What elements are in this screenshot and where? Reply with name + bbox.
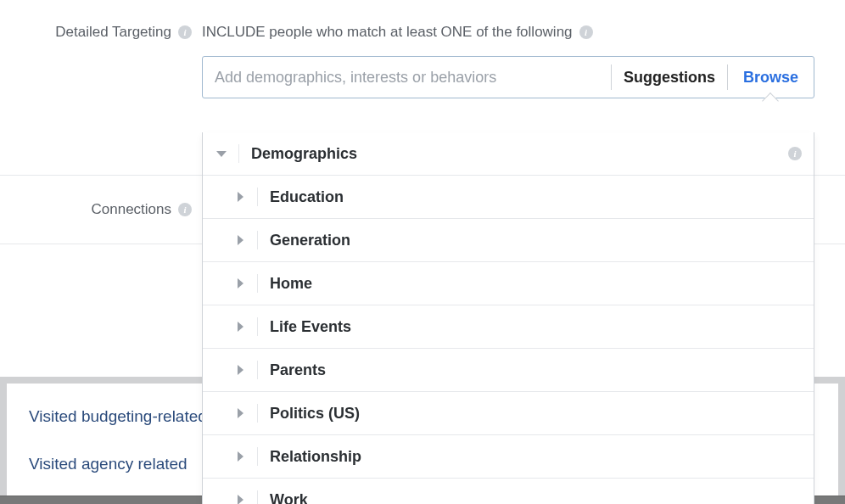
separator <box>257 231 258 249</box>
dropdown-item-education[interactable]: Education <box>203 176 814 219</box>
info-icon[interactable]: i <box>579 25 593 39</box>
separator <box>257 404 258 423</box>
chevron-right-icon <box>233 278 247 288</box>
browse-dropdown: Demographics i Education Generation Home <box>202 132 814 504</box>
chevron-right-icon <box>233 408 247 418</box>
connections-label: Connections <box>91 201 171 218</box>
chevron-down-icon <box>215 151 228 157</box>
chevron-right-icon <box>233 192 247 202</box>
targeting-search-input[interactable]: Add demographics, interests or behaviors <box>203 69 611 87</box>
dropdown-item-parents[interactable]: Parents <box>203 349 814 392</box>
dropdown-item-work[interactable]: Work <box>203 479 814 504</box>
info-icon[interactable]: i <box>178 203 192 216</box>
item-label: Generation <box>270 232 350 249</box>
suggestions-link[interactable]: Suggestions <box>612 69 727 87</box>
item-label: Work <box>270 491 308 505</box>
dropdown-item-relationship[interactable]: Relationship <box>203 435 814 479</box>
category-label: Demographics <box>251 145 357 163</box>
dropdown-item-generation[interactable]: Generation <box>203 219 814 262</box>
dropdown-category-demographics[interactable]: Demographics i <box>203 132 814 176</box>
chevron-right-icon <box>233 495 247 504</box>
chevron-right-icon <box>233 451 247 462</box>
chevron-right-icon <box>233 365 247 375</box>
info-icon[interactable]: i <box>788 147 802 160</box>
item-label: Education <box>270 188 344 206</box>
item-label: Home <box>270 275 312 293</box>
separator <box>257 361 258 379</box>
detailed-targeting-label: Detailed Targeting <box>55 24 171 41</box>
chevron-right-icon <box>233 322 247 332</box>
separator <box>257 490 258 504</box>
item-label: Relationship <box>270 448 361 466</box>
chevron-right-icon <box>233 235 247 245</box>
dropdown-item-life-events[interactable]: Life Events <box>203 305 814 349</box>
targeting-search-box: Add demographics, interests or behaviors… <box>202 56 814 98</box>
browse-link[interactable]: Browse <box>728 69 814 87</box>
item-label: Parents <box>270 361 326 379</box>
separator <box>257 188 258 206</box>
separator <box>257 274 258 293</box>
separator <box>257 317 258 336</box>
item-label: Politics (US) <box>270 405 360 423</box>
info-icon[interactable]: i <box>178 25 192 39</box>
separator <box>238 144 239 163</box>
include-description: INCLUDE people who match at least ONE of… <box>202 24 573 41</box>
item-label: Life Events <box>270 318 351 336</box>
separator <box>257 447 258 466</box>
dropdown-item-home[interactable]: Home <box>203 262 814 305</box>
dropdown-item-politics-us[interactable]: Politics (US) <box>203 392 814 435</box>
